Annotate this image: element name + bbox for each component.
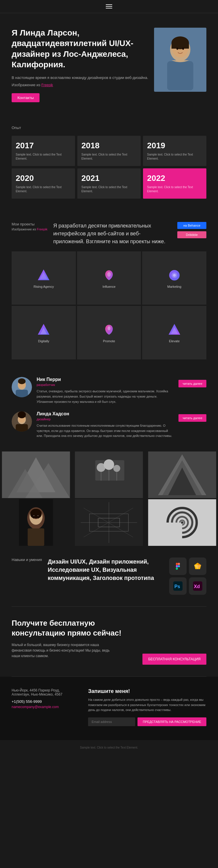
year-2017-text: Sample text. Click to select the Text El… <box>16 153 71 161</box>
freepik-link[interactable]: Freepik <box>41 83 53 87</box>
experience-grid: 2017 Sample text. Click to select the Te… <box>12 136 206 199</box>
project-name-elevate: Elevate <box>169 339 180 343</box>
skill-figma-icon <box>169 558 187 575</box>
contact-address: Нью-Йорк, 4456 Паркер Роуд, Аллентаун, Н… <box>12 688 76 696</box>
testimonial-name-1: Ник Перри <box>37 377 174 382</box>
svg-point-10 <box>107 272 111 277</box>
year-2022-text: Sample text. Click to select the Text El… <box>147 185 202 193</box>
project-name-influence: Influence <box>103 285 116 288</box>
hero-text-block: Я Линда Ларсон, двадцатидевятилетний UI/… <box>12 28 148 102</box>
svg-point-37 <box>113 465 120 472</box>
contact-email[interactable]: namecompany@example.com <box>12 705 76 709</box>
svg-rect-63 <box>176 563 178 565</box>
dribbble-button[interactable]: Dribbble <box>177 231 206 238</box>
year-card-2020[interactable]: 2020 Sample text. Click to select the Te… <box>12 168 75 199</box>
form-heading: Запишите меня! <box>88 688 206 694</box>
testimonial-text-1: Статья, очевидно, прибыла экспресс-высок… <box>37 389 174 404</box>
hero-description: В настоящее время я возглавляю команду д… <box>12 75 148 81</box>
bottom-text-section: Sample text. Click to select the Text El… <box>0 740 218 755</box>
skills-heading: Дизайн UI/UX, Дизайн приложений, Исследо… <box>48 558 164 582</box>
form-row: ПРЕДСТАВЛЯТЬ НА РАССМОТРЕНИЕ <box>88 717 206 726</box>
svg-text:Xd: Xd <box>194 584 200 589</box>
photo-cell-1 <box>0 452 72 498</box>
testimonial-name-2: Линда Хадсон <box>37 411 174 416</box>
year-2020-text: Sample text. Click to select the Text El… <box>16 185 71 193</box>
svg-point-7 <box>182 48 184 50</box>
year-card-2018[interactable]: 2018 Sample text. Click to select the Te… <box>77 136 141 166</box>
hamburger-menu-icon[interactable] <box>106 4 112 8</box>
project-rising-agency[interactable]: Rising Agency <box>12 251 76 305</box>
svg-rect-5 <box>172 43 189 49</box>
contact-phone: +1(505) 556-9999 <box>12 699 76 704</box>
hero-image <box>154 28 206 92</box>
year-2019: 2019 <box>147 141 202 150</box>
year-2019-text: Sample text. Click to select the Text El… <box>147 153 202 161</box>
svg-point-48 <box>30 508 42 519</box>
project-digitally[interactable]: Digitally <box>12 306 76 360</box>
read-more-button-2[interactable]: читать далее <box>178 414 206 422</box>
year-card-2022[interactable]: 2022 Sample text. Click to select the Te… <box>143 168 206 199</box>
svg-point-13 <box>173 274 176 277</box>
project-name-rising: Rising Agency <box>33 285 54 288</box>
cta-heading: Получите бесплатную консультацию прямо с… <box>12 618 137 638</box>
project-influence[interactable]: Influence <box>77 251 141 305</box>
photo-cell-2 <box>73 452 145 498</box>
projects-description: Я разработал десятки привлекательных инт… <box>53 222 172 246</box>
photo-cell-5 <box>73 499 145 546</box>
projects-label: Мои проекты <box>12 222 47 226</box>
hero-image-credit: Изображение из Freepik <box>12 82 148 88</box>
bottom-text: Sample text. Click to select the Text El… <box>12 746 206 749</box>
projects-grid: Rising Agency Influence Marketing <box>12 251 206 360</box>
header <box>0 0 218 13</box>
testimonial-right-1: читать далее <box>178 377 206 388</box>
svg-point-23 <box>18 378 26 384</box>
form-description: На самом деле добиться этого довольно пр… <box>88 697 206 713</box>
svg-point-62 <box>181 521 183 524</box>
testimonials-section: Ник Перри разработчик Статья, очевидно, … <box>0 371 218 452</box>
read-more-button-1[interactable]: читать далее <box>178 380 206 388</box>
svg-point-6 <box>176 48 178 50</box>
skill-xd-icon: Xd <box>189 577 206 595</box>
svg-point-28 <box>18 411 26 418</box>
year-2020: 2020 <box>16 174 71 183</box>
submit-button[interactable]: ПРЕДСТАВЛЯТЬ НА РАССМОТРЕНИЕ <box>138 717 206 726</box>
email-input[interactable] <box>88 717 135 726</box>
hero-section: Я Линда Ларсон, двадцатидевятилетний UI/… <box>0 13 218 114</box>
testimonial-avatar-2 <box>12 411 32 432</box>
testimonial-role-2: дизайнер <box>37 417 174 421</box>
year-2021: 2021 <box>81 174 137 183</box>
svg-point-51 <box>34 515 34 516</box>
project-name-promote: Promote <box>103 339 115 343</box>
testimonial-content-1: Ник Перри разработчик Статья, очевидно, … <box>37 377 174 404</box>
year-2021-text: Sample text. Click to select the Text El… <box>81 185 137 193</box>
testimonial-right-2: читать далее <box>178 411 206 422</box>
year-card-2019[interactable]: 2019 Sample text. Click to select the Te… <box>143 136 206 166</box>
photo-cell-4 <box>0 499 72 546</box>
testimonial-role-1: разработчик <box>37 383 174 386</box>
svg-rect-26 <box>16 424 28 432</box>
cta-section: Получите бесплатную консультацию прямо с… <box>0 607 218 676</box>
projects-label-block: Мои проекты Изображение из Freepik <box>12 222 47 246</box>
contact-button[interactable]: Контакты <box>12 93 40 102</box>
cta-button[interactable]: БЕСПЛАТНАЯ КОНСУЛЬТАЦИЯ <box>142 654 206 665</box>
project-marketing[interactable]: Marketing <box>142 251 206 305</box>
photo-cell-6 <box>146 499 218 546</box>
behance-button[interactable]: на Behance <box>177 222 206 229</box>
year-card-2021[interactable]: 2021 Sample text. Click to select the Te… <box>77 168 141 199</box>
contact-form: Запишите меня! На самом деле добиться эт… <box>88 688 206 728</box>
project-elevate[interactable]: Elevate <box>142 306 206 360</box>
svg-point-66 <box>178 565 180 567</box>
project-promote[interactable]: Promote <box>77 306 141 360</box>
projects-header: Мои проекты Изображение из Freepik Я раз… <box>12 222 206 246</box>
photo-grid <box>0 452 218 546</box>
skills-section: Навыки и умения Дизайн UI/UX, Дизайн при… <box>0 546 218 607</box>
svg-point-36 <box>104 459 114 470</box>
skill-sketch-icon <box>189 558 206 575</box>
year-card-2017[interactable]: 2017 Sample text. Click to select the Te… <box>12 136 75 166</box>
projects-freepik-link[interactable]: Freepik <box>37 227 48 231</box>
svg-rect-53 <box>28 528 44 546</box>
skills-icons: Ps Xd <box>169 558 206 595</box>
projects-image-credit: Изображение из Freepik <box>12 227 47 231</box>
contact-info: Нью-Йорк, 4456 Паркер Роуд, Аллентаун, Н… <box>12 688 76 728</box>
svg-point-16 <box>108 326 110 330</box>
